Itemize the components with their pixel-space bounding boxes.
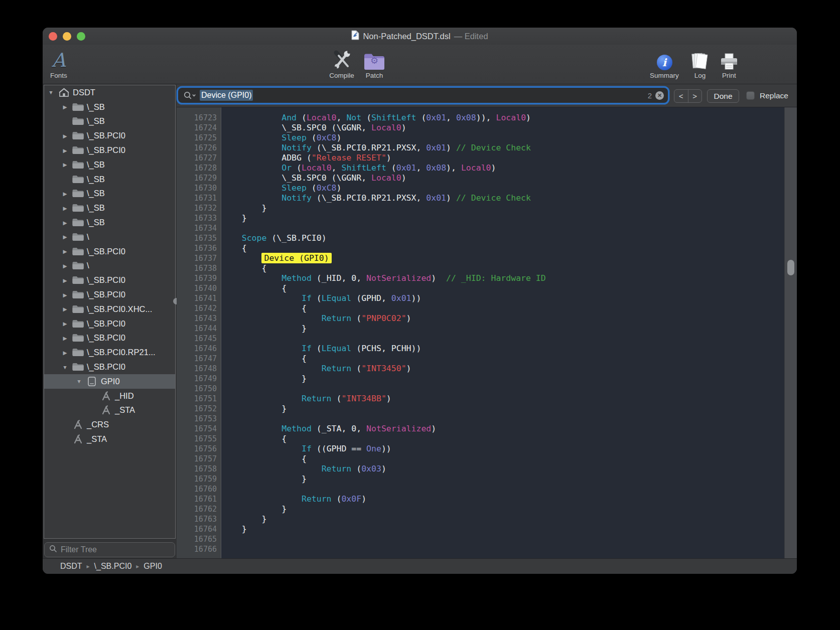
code-text: } (221, 213, 247, 223)
disclosure-down-icon[interactable]: ▼ (47, 89, 55, 95)
tree-item-crs[interactable]: _CRS (44, 417, 175, 432)
code-lines: 16723 And (Local0, Not (ShiftLeft (0x01,… (177, 113, 784, 554)
code-text: } (221, 524, 247, 534)
vertical-scrollbar-track[interactable] (784, 107, 797, 558)
folder-icon (71, 145, 84, 155)
code-line: 16751 Return ("INT34BB") (177, 394, 784, 404)
tree-item-sb[interactable]: ▶\_SB (44, 187, 175, 201)
folder-icon (71, 232, 84, 242)
tree-item-label: \_SB (87, 160, 105, 170)
line-number: 16746 (177, 344, 221, 354)
line-number: 16729 (177, 173, 221, 183)
tree-item-sb[interactable]: ▶\_SB (44, 100, 175, 114)
device-icon (85, 376, 98, 387)
tree-item-sbpci0[interactable]: ▶\_SB.PCI0 (44, 143, 175, 158)
line-number: 16740 (177, 283, 221, 293)
tree-item-sb[interactable]: ▶\_SB (44, 215, 175, 230)
disclosure-right-icon[interactable]: ▶ (61, 220, 69, 226)
disclosure-right-icon[interactable]: ▶ (61, 191, 69, 197)
line-number: 16741 (177, 293, 221, 303)
titlebar[interactable]: Non-Patched_DSDT.dsl — Edited (43, 28, 797, 45)
code-line: 16753 (177, 414, 784, 424)
line-number: 16731 (177, 193, 221, 203)
search-menu-icon[interactable] (183, 91, 197, 100)
replace-checkbox[interactable] (746, 91, 755, 100)
patch-button[interactable]: ⚙ Patch (360, 47, 388, 79)
disclosure-right-icon[interactable]: ▶ (61, 205, 69, 211)
code-text: { (221, 263, 266, 273)
disclosure-right-icon[interactable]: ▶ (61, 321, 69, 327)
find-input[interactable]: Device (GPI0) 2 ✕ (178, 88, 668, 103)
code-text: Notify (\_SB.PCI0.RP21.PXSX, 0x01) // De… (221, 143, 531, 153)
done-button[interactable]: Done (707, 89, 739, 103)
disclosure-right-icon[interactable]: ▶ (61, 350, 69, 356)
search-match-highlight: Device (GPI0) (261, 253, 331, 263)
disclosure-right-icon[interactable]: ▶ (61, 248, 69, 254)
tree-item-sbpci0[interactable]: ▶\_SB.PCI0 (44, 244, 175, 259)
find-next-button[interactable]: > (688, 90, 702, 102)
summary-button[interactable]: i Summary (647, 47, 681, 79)
code-editor[interactable]: 16723 And (Local0, Not (ShiftLeft (0x01,… (177, 107, 784, 558)
code-line: 16737 Device (GPI0) (177, 253, 784, 263)
disclosure-right-icon[interactable]: ▶ (61, 292, 69, 298)
tree-item-sb[interactable]: ▶\_SB (44, 201, 175, 215)
disclosure-right-icon[interactable]: ▶ (61, 147, 69, 153)
disclosure-right-icon[interactable]: ▶ (61, 263, 69, 269)
line-number: 16735 (177, 233, 221, 243)
disclosure-right-icon[interactable]: ▶ (61, 277, 69, 283)
tree-item-sb[interactable]: \_SB (44, 114, 175, 129)
line-number: 16743 (177, 313, 221, 324)
find-previous-button[interactable]: < (674, 90, 688, 102)
tree-item-sta[interactable]: _STA (44, 403, 175, 418)
disclosure-down-icon[interactable]: ▼ (61, 364, 69, 370)
code-line: 16739 Method (_HID, 0, NotSerialized) //… (177, 273, 784, 283)
tree-item-[interactable]: ▶\ (44, 230, 175, 244)
clear-search-icon[interactable]: ✕ (655, 91, 664, 100)
tree-item-sbpci0[interactable]: ▶\_SB.PCI0 (44, 317, 175, 331)
code-text (221, 534, 222, 544)
code-text: { (221, 283, 287, 293)
tree-item-sb[interactable]: \_SB (44, 172, 175, 187)
disclosure-right-icon[interactable]: ▶ (61, 335, 69, 341)
tree-item-sbpci0xhc[interactable]: ▶\_SB.PCI0.XHC... (44, 302, 175, 317)
tree-item-sbpci0[interactable]: ▶\_SB.PCI0 (44, 128, 175, 143)
folder-icon (71, 261, 84, 270)
log-button[interactable]: Log (686, 47, 714, 79)
info-icon: i (657, 55, 672, 70)
tree-item-[interactable]: ▶\ (44, 259, 175, 273)
tree-item-sbpci0[interactable]: ▶\_SB.PCI0 (44, 287, 175, 302)
code-line: 16742 { (177, 303, 784, 313)
breadcrumb-item[interactable]: DSDT (60, 562, 82, 571)
disclosure-down-icon[interactable]: ▼ (75, 378, 83, 384)
filter-tree-input[interactable]: Filter Tree (44, 542, 175, 557)
code-text: Device (GPI0) (221, 253, 332, 263)
tree-item-sb[interactable]: ▶\_SB (44, 158, 175, 172)
code-line: 16748 Return ("INT3450") (177, 364, 784, 374)
tree-item-sbpci0[interactable]: ▶\_SB.PCI0 (44, 331, 175, 346)
tree-item-hid[interactable]: _HID (44, 389, 175, 403)
tree-item-sbpci0[interactable]: ▼\_SB.PCI0 (44, 360, 175, 374)
tree-item-dsdt[interactable]: ▼DSDT (44, 85, 175, 100)
print-button[interactable]: Print (716, 47, 742, 79)
code-line: 16761 Return (0x0F) (177, 494, 784, 504)
fonts-button[interactable]: A Fonts (44, 47, 74, 79)
compile-button[interactable]: Compile (325, 47, 359, 79)
tree-item-sta[interactable]: _STA (44, 432, 175, 446)
disclosure-right-icon[interactable]: ▶ (61, 306, 69, 312)
disclosure-right-icon[interactable]: ▶ (61, 104, 69, 110)
disclosure-right-icon[interactable]: ▶ (61, 234, 69, 240)
code-text: \_SB.SPC0 (\GGNR, Local0) (221, 173, 406, 183)
tree-item-gpi0[interactable]: ▼GPI0 (44, 374, 175, 389)
breadcrumb-item[interactable]: GPI0 (144, 562, 162, 571)
disclosure-right-icon[interactable]: ▶ (61, 133, 69, 139)
tree-item-label: _STA (115, 405, 135, 415)
tree-item-label: \_SB (87, 203, 105, 213)
find-query-text: Device (GPI0) (200, 90, 253, 101)
line-number: 16761 (177, 494, 221, 504)
vertical-scrollbar[interactable] (787, 260, 794, 275)
tree-item-sbpci0[interactable]: ▶\_SB.PCI0 (44, 273, 175, 287)
breadcrumb-separator: ▸ (87, 563, 90, 570)
disclosure-right-icon[interactable]: ▶ (61, 162, 69, 168)
breadcrumb-item[interactable]: \_SB.PCI0 (94, 562, 132, 571)
tree-item-sbpci0rp21[interactable]: ▶\_SB.PCI0.RP21... (44, 345, 175, 360)
